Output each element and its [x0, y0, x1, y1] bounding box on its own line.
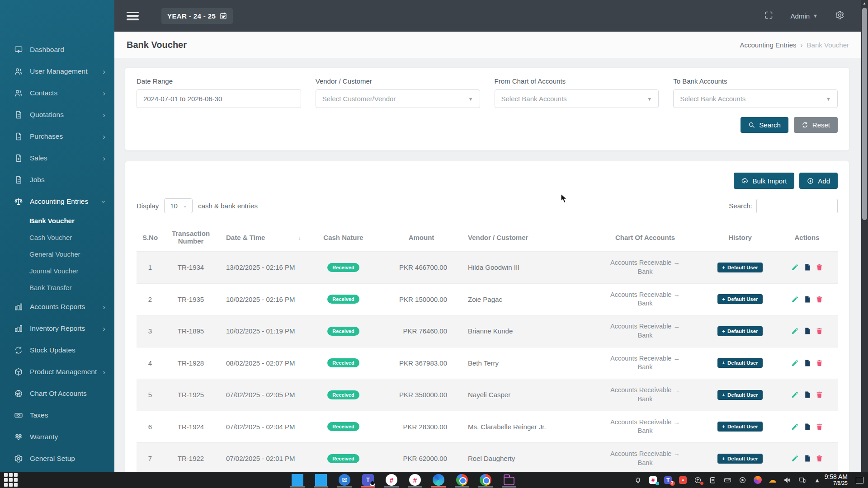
column-header-actions[interactable]: Actions: [776, 234, 838, 241]
scrollbar-thumb[interactable]: [862, 8, 867, 220]
delete-button[interactable]: [816, 359, 823, 367]
history-user-badge[interactable]: +Default User: [717, 358, 762, 368]
copy-button[interactable]: [803, 423, 811, 431]
sidebar-item-chart-of-accounts[interactable]: Chart Of Accounts: [0, 383, 114, 404]
sidebar-item-contacts[interactable]: Contacts›: [0, 82, 114, 104]
sidebar-subitem-bank-transfer[interactable]: Bank Transfer: [0, 279, 114, 296]
app-launcher-icon[interactable]: [3, 473, 19, 487]
tray-tray-expand-icon[interactable]: ▲: [813, 475, 822, 484]
sidebar-item-user-management[interactable]: User Management›: [0, 61, 114, 82]
taskbar-app-chrome-icon[interactable]: [454, 472, 470, 488]
tray-media-play-icon[interactable]: [738, 475, 747, 484]
admin-menu[interactable]: Admin ▼: [791, 12, 818, 20]
taskbar-app-slack-icon[interactable]: #: [407, 472, 423, 488]
sidebar-subitem-general-voucher[interactable]: General Voucher: [0, 246, 114, 263]
column-header-s-no[interactable]: S.No: [137, 234, 164, 241]
history-user-badge[interactable]: +Default User: [717, 326, 762, 336]
edit-button[interactable]: [791, 455, 799, 462]
table-search-input[interactable]: [756, 199, 838, 213]
to-bank-select[interactable]: Select Bank Accounts ▼: [673, 89, 838, 108]
edit-button[interactable]: [791, 359, 799, 367]
sidebar-subitem-cash-voucher[interactable]: Cash Voucher: [0, 229, 114, 246]
sidebar-subitem-bank-voucher[interactable]: Bank Voucher: [0, 212, 114, 229]
taskbar-app-edge-icon[interactable]: [431, 472, 446, 488]
taskbar-app-files-icon[interactable]: [501, 472, 517, 488]
taskbar-app-vscode-icon[interactable]: [290, 472, 305, 488]
vendor-customer-select[interactable]: Select Customer/Vendor ▼: [316, 89, 480, 108]
delete-button[interactable]: [816, 455, 823, 462]
sidebar-item-product-management[interactable]: Product Management›: [0, 361, 114, 383]
sidebar-item-purchases[interactable]: Purchases›: [0, 126, 114, 147]
page-scrollbar[interactable]: ▲: [861, 0, 868, 472]
edit-button[interactable]: [791, 296, 799, 303]
taskbar-app-teams-icon[interactable]: T: [360, 472, 376, 488]
taskbar-app-slack-icon[interactable]: #: [384, 472, 399, 488]
fiscal-year-selector[interactable]: YEAR - 24 - 25: [161, 8, 233, 24]
copy-button[interactable]: [803, 327, 811, 335]
show-desktop-button[interactable]: [856, 477, 863, 483]
column-header-cash-nature[interactable]: Cash Nature: [304, 234, 383, 241]
sidebar-item-stock-updates[interactable]: Stock Updates: [0, 339, 114, 361]
taskbar-app-chrome-icon[interactable]: [478, 472, 493, 488]
edit-button[interactable]: [791, 327, 799, 335]
fullscreen-button[interactable]: [764, 10, 774, 22]
add-button[interactable]: Add: [799, 173, 838, 189]
column-header-amount[interactable]: Amount: [383, 234, 460, 241]
sidebar-item-inventory-reports[interactable]: Inventory Reports›: [0, 318, 114, 339]
edit-button[interactable]: [791, 423, 799, 431]
sidebar-item-dashboard[interactable]: Dashboard: [0, 39, 114, 61]
history-user-badge[interactable]: +Default User: [717, 263, 762, 272]
tray-firefox-tray-icon[interactable]: [753, 475, 762, 484]
tray-keyboard-icon[interactable]: [723, 475, 732, 484]
sidebar-item-general-setup[interactable]: General Setup: [0, 448, 114, 469]
from-coa-select[interactable]: Select Bank Accounts ▼: [495, 89, 659, 108]
delete-button[interactable]: [816, 296, 823, 303]
tray-teams-tray-icon[interactable]: T2: [664, 475, 673, 484]
tray-device-connect-icon[interactable]: [798, 475, 807, 484]
settings-button[interactable]: [835, 10, 844, 22]
delete-button[interactable]: [816, 391, 823, 399]
copy-button[interactable]: [803, 296, 811, 303]
column-header-vendor-customer[interactable]: Vendor / Customer: [460, 234, 586, 241]
sidebar-item-accounting-entries[interactable]: Accounting Entries›: [0, 191, 114, 212]
date-range-input[interactable]: 2024-07-01 to 2026-06-30: [137, 89, 301, 108]
edit-button[interactable]: [791, 263, 799, 271]
taskbar-clock[interactable]: 9:58 AM 7/8/25: [825, 473, 848, 486]
copy-button[interactable]: [803, 359, 811, 367]
tray-volume-icon[interactable]: [783, 475, 792, 484]
sidebar-item-quotations[interactable]: Quotations›: [0, 104, 114, 126]
sidebar-item-jobs[interactable]: Jobs: [0, 169, 114, 191]
column-header-date-time[interactable]: Date & Time↓: [218, 234, 304, 241]
column-header-chart-of-accounts[interactable]: Chart Of Accounts: [586, 234, 704, 241]
edit-button[interactable]: [791, 391, 799, 399]
tray-clipboard-icon[interactable]: [708, 475, 717, 484]
sidebar-item-taxes[interactable]: Taxes: [0, 404, 114, 426]
copy-button[interactable]: [803, 263, 811, 271]
history-user-badge[interactable]: +Default User: [717, 422, 762, 432]
sidebar-subitem-journal-voucher[interactable]: Journal Voucher: [0, 263, 114, 279]
taskbar-app-vscode-icon[interactable]: [313, 472, 329, 488]
sort-descending-icon[interactable]: ↓: [298, 235, 302, 241]
tray-upload-status-icon[interactable]: [693, 475, 703, 484]
page-size-select[interactable]: 10 ⌄: [164, 198, 193, 213]
sidebar-item-warranty[interactable]: Warranty: [0, 426, 114, 448]
history-user-badge[interactable]: +Default User: [717, 294, 762, 304]
reset-button[interactable]: Reset: [794, 117, 838, 133]
history-user-badge[interactable]: +Default User: [717, 454, 762, 464]
tray-cloud-icon[interactable]: ☁: [768, 475, 777, 484]
history-user-badge[interactable]: +Default User: [717, 390, 762, 400]
tray-slack-tray-icon[interactable]: #: [649, 475, 658, 484]
copy-button[interactable]: [803, 455, 811, 462]
bulk-import-button[interactable]: Bulk Import: [734, 173, 794, 189]
sidebar-item-sales[interactable]: Sales›: [0, 147, 114, 169]
column-header-history[interactable]: History: [704, 234, 776, 241]
delete-button[interactable]: [816, 423, 823, 431]
scroll-up-icon[interactable]: ▲: [863, 1, 866, 5]
sidebar-item-accounts-reports[interactable]: Accounts Reports›: [0, 296, 114, 318]
search-button[interactable]: Search: [741, 117, 788, 133]
taskbar-app-thunderbird-icon[interactable]: ✉: [337, 472, 352, 488]
delete-button[interactable]: [816, 327, 823, 335]
menu-toggle-icon[interactable]: [127, 12, 139, 20]
delete-button[interactable]: [816, 263, 823, 271]
copy-button[interactable]: [803, 391, 811, 399]
